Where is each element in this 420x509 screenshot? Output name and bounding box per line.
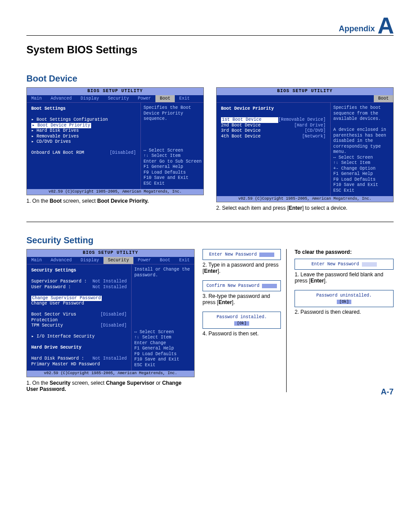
boot-row: BIOS SETUP UTILITY Main Advanced Display… <box>26 87 394 222</box>
bios-item: 4th Boot Device <box>221 134 302 140</box>
boot-col-2: BIOS SETUP UTILITY Boot Boot Device Prio… <box>216 87 394 211</box>
bios-screen-boot-priority: BIOS SETUP UTILITY Boot Boot Device Prio… <box>216 87 394 202</box>
ok-button-icon: [Ok] <box>337 300 352 304</box>
bios-title: BIOS SETUP UTILITY <box>217 88 393 95</box>
bios-tab: Advanced <box>46 95 76 103</box>
bios-keys: ↔ Select Screen ↑↓ Select Item Enter Go … <box>144 148 201 187</box>
bios-title: BIOS SETUP UTILITY <box>27 249 194 257</box>
bios-help: Specifies the Boot Device Priority seque… <box>144 105 201 122</box>
bios-tabs: Main Advanced Display Security Power Boo… <box>27 257 194 265</box>
bios-item: ▸ Hard Disk Drives <box>31 128 136 134</box>
appendix-label: Appendix <box>339 24 375 33</box>
clear-step-2: 2. Password is then cleared. <box>295 309 394 315</box>
bios-section: Boot Device Priority <box>221 106 326 112</box>
bios-item-selected: 1st Boot Device <box>221 117 278 123</box>
page-title: System BIOS Settings <box>26 44 394 56</box>
security-col-bios: BIOS SETUP UTILITY Main Advanced Display… <box>26 249 195 392</box>
bios-help: Specifies the boot sequence from the ava… <box>333 105 391 122</box>
bios-screen-boot-settings: BIOS SETUP UTILITY Main Advanced Display… <box>26 87 204 195</box>
clear-password-heading: To clear the password: <box>295 249 394 255</box>
appendix-letter: A <box>377 17 394 35</box>
bios-section: Hard Drive Security <box>31 345 127 351</box>
bios-tab-active: Boot <box>155 95 175 103</box>
bios-tab: Exit <box>175 95 194 103</box>
security-col-set: Enter New Password 2. Type in a password… <box>203 249 287 392</box>
bios-tabs: Main Advanced Display Security Power Boo… <box>27 95 203 103</box>
bios-item: ▸ CD/DVD Drives <box>31 139 136 145</box>
security-col-clear: To clear the password: Enter New Passwor… <box>295 249 394 392</box>
step-3: 3. Re-type the password and press [Enter… <box>203 293 281 305</box>
bios-section: Security Settings <box>31 268 127 274</box>
popup-enter-password-blank: Enter New Password <box>295 259 394 270</box>
bios-help: Install or Change the password. <box>134 267 192 278</box>
bios-tab: Main <box>27 257 46 264</box>
popup-password-installed: Password installed. [Ok] <box>203 312 281 329</box>
caption-boot-1: 1. On the Boot screen, select Boot Devic… <box>26 198 204 204</box>
password-field-icon <box>362 262 377 267</box>
bios-tab: Main <box>27 95 46 103</box>
bios-footer: v02.59 (C)Copyright 1985-2005, American … <box>217 196 393 202</box>
step-4: 4. Password is then set. <box>203 331 281 337</box>
bios-help2: A device enclosed in parenthesis has bee… <box>333 127 391 155</box>
bios-footer: v02.59 (C)Copyright 1985-2005, American … <box>27 189 203 195</box>
ok-button-icon: [Ok] <box>234 321 249 326</box>
header-rule: Appendix A <box>26 18 394 36</box>
bios-tab: Display <box>76 95 103 103</box>
bios-item: ▸ Removable Drives <box>31 134 136 140</box>
bios-tabs: Boot <box>217 95 393 103</box>
security-heading: Security Setting <box>26 235 394 245</box>
bios-tab: Boot <box>155 257 175 264</box>
bios-tab: Display <box>76 257 103 264</box>
security-row: BIOS SETUP UTILITY Main Advanced Display… <box>26 249 394 392</box>
clear-step-1: 1. Leave the password field blank and pr… <box>295 271 394 284</box>
bios-section: Boot Settings <box>31 106 136 112</box>
bios-tab: Power <box>133 257 155 264</box>
caption-security: 1. On the Security screen, select Change… <box>26 380 195 392</box>
bios-item: 3rd Boot Device <box>221 128 305 134</box>
boot-heading: Boot Device <box>26 74 394 84</box>
bios-screen-security: BIOS SETUP UTILITY Main Advanced Display… <box>26 249 195 377</box>
bios-title: BIOS SETUP UTILITY <box>27 88 203 95</box>
bios-keys: ↔ Select Screen ↑↓ Select Item Enter Cha… <box>134 330 192 368</box>
bios-tab: Exit <box>175 257 194 264</box>
popup-confirm-password: Confirm New Password <box>203 280 281 291</box>
bios-opt-label: Onboard LAN Boot ROM <box>31 150 110 156</box>
caption-boot-2: 2. Select each item and press [Enter] to… <box>216 205 394 211</box>
bios-item: 2nd Boot Device <box>221 123 294 129</box>
bios-tab: Power <box>133 95 155 103</box>
boot-col-1: BIOS SETUP UTILITY Main Advanced Display… <box>26 87 204 211</box>
bios-tab: Advanced <box>46 257 76 264</box>
bios-footer: v02.59 (C)Copyright 1985-2005, American … <box>27 371 194 376</box>
bios-item-selected: Change Supervisor Password <box>31 296 102 301</box>
password-field-icon <box>259 253 274 257</box>
bios-keys: ↔ Select Screen ↑↓ Select Item +- Change… <box>333 155 391 194</box>
bios-tab-active: Boot <box>374 95 393 103</box>
popup-password-uninstalled: Password uninstalled. [Ok] <box>295 290 394 307</box>
page-number: A-7 <box>381 387 394 397</box>
bios-item: ▸ Boot Settings Configuration <box>31 117 136 123</box>
bios-tab: Security <box>103 95 133 103</box>
step-2: 2. Type in a password and press [Enter]. <box>203 262 281 274</box>
bios-item: ▸ I/O Interface Security <box>31 334 127 340</box>
bios-item-selected: ▸ Boot Device Priority <box>31 123 91 129</box>
bios-opt-val: [Disabled] <box>110 150 136 156</box>
bios-tab-active: Security <box>103 257 133 264</box>
bios-item: Primary Master HD Password <box>31 362 127 368</box>
password-field-icon <box>262 284 277 288</box>
bios-item: Change User Password <box>31 301 127 307</box>
popup-enter-password: Enter New Password <box>203 249 281 260</box>
